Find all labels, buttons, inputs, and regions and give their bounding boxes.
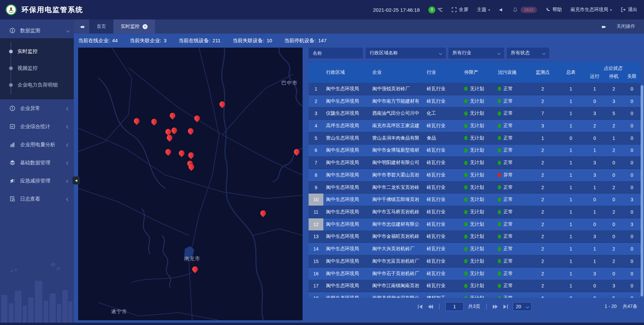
tab-scroll-right-button[interactable]: ▶▶ [602, 25, 605, 29]
cell-meters: 1 [557, 120, 585, 132]
sidebar-item[interactable]: 基础数据管理 [0, 154, 74, 172]
total-pages-label: 共3页 [468, 304, 480, 310]
sidebar-item[interactable]: 企业综合统计 [0, 117, 74, 136]
cell-production-status: 无计划 [462, 169, 495, 181]
sidebar-item[interactable]: 企业用电量分析 [0, 136, 74, 154]
cell-offline: 0 [623, 231, 641, 243]
cell-offline: 0 [623, 157, 641, 169]
status-text: 正常 [503, 209, 513, 215]
theme-dropdown[interactable]: 主题▾ [477, 7, 490, 13]
help-button[interactable]: 帮助 [546, 7, 562, 13]
logout-button[interactable]: 退出 [621, 7, 637, 13]
map-city-label: 遂宁市 [111, 309, 127, 315]
tab-realtime-monitoring[interactable]: 实时监控 × [113, 19, 155, 34]
cell-production-status: 无计划 [462, 83, 495, 95]
row-index: 13 [309, 231, 323, 243]
name-search-input[interactable] [309, 48, 363, 58]
cell-meters: 1 [557, 243, 585, 255]
cell-company: 阆中强锐页岩砖厂 [370, 83, 424, 95]
table-scrollbar[interactable] [641, 85, 643, 296]
close-operations-button[interactable]: 关闭操作 [616, 23, 635, 30]
cell-region: 阆中生态环境局 [323, 268, 370, 280]
cell-points: 7 [529, 107, 557, 119]
status-text: 无计划 [470, 135, 484, 141]
status-dot-icon [464, 161, 468, 165]
cell-points: 2 [529, 206, 557, 218]
cell-stopped: 2 [604, 255, 623, 267]
cell-stopped: 0 [604, 231, 623, 243]
fullscreen-button[interactable]: 全屏 [451, 7, 468, 13]
row-index: 14 [309, 243, 323, 255]
table-row[interactable]: 16 阆中生态环境局 阆中市石子页岩机砖厂 砖瓦行业 无计划 正常 2 1 3 [309, 268, 641, 280]
cell-facility-status: 正常 [495, 157, 529, 169]
sidebar-item-data-monitoring[interactable]: 数据监测 [0, 23, 74, 38]
map-collapse-button[interactable]: ◀ [72, 176, 80, 184]
sidebar-item[interactable]: 企业异常 [0, 99, 74, 117]
page-number-input[interactable] [445, 302, 464, 311]
table-row[interactable]: 4 高坪生态环境局 南充市高坪区王家店建 砖瓦行业 无计划 正常 3 1 2 [309, 120, 641, 132]
stat-item: 当前在线设备: 211 [178, 38, 220, 44]
sidebar-item[interactable]: 应急减排管理 [0, 172, 74, 190]
previous-page-button[interactable] [428, 305, 433, 309]
table-row[interactable]: 8 阆中生态环境局 阆中市枣碧大梁山页岩 砖瓦行业 无计划 异常 2 1 3 [309, 169, 641, 181]
tab-close-icon[interactable]: × [143, 24, 148, 29]
industry-select[interactable]: 所有行业 [448, 48, 504, 58]
cell-region: 阆中生态环境局 [323, 145, 370, 157]
table-row[interactable]: 10 阆中生态环境局 阆中千佛镇五郎垭页岩 砖瓦行业 无计划 正常 2 1 0 [309, 194, 641, 206]
table-row[interactable]: 1 阆中生态环境局 阆中强锐页岩砖厂 砖瓦行业 无计划 正常 2 1 1 [309, 83, 641, 95]
table-row[interactable]: 15 阆中生态环境局 阆中市光富页岩机砖厂 砖瓦行业 无计划 正常 2 1 1 [309, 255, 641, 268]
next-page-button[interactable] [493, 305, 498, 309]
cell-stopped: 0 [604, 157, 623, 169]
table-row[interactable]: 5 营山生态环境局 营山县润丰肉食品有限 食品 无计划 正常 1 0 0 [309, 132, 641, 145]
status-text: 无计划 [470, 123, 484, 129]
table-row[interactable]: 9 阆中生态环境局 阆中市二龙长宝页岩砖 砖瓦行业 无计划 正常 2 1 1 [309, 181, 641, 194]
sidebar-item-label: 企业用电量分析 [20, 142, 55, 148]
phone-icon [546, 7, 550, 12]
table-row[interactable]: 17 阆中生态环境局 阆中市江南镇阆南页岩 砖瓦行业 无计划 正常 2 1 0 [309, 280, 641, 292]
last-page-button[interactable] [503, 305, 508, 309]
organization-dropdown[interactable]: 南充市生态环境局▾ [571, 7, 612, 13]
table-row[interactable]: 7 阆中生态环境局 阆中明阳建材有限公司 砖瓦行业 无计划 正常 2 1 3 [309, 157, 641, 169]
tab-home[interactable]: 首页 [89, 19, 113, 34]
cell-offline: 0 [623, 169, 641, 181]
sidebar-item-video-monitoring[interactable]: 视频监控 [0, 60, 74, 76]
table-row[interactable]: 6 阆中生态环境局 阆中市金博瑞新型墙材 砖瓦行业 无计划 正常 2 1 1 [309, 145, 641, 157]
cell-stopped: 0 [604, 169, 623, 181]
page-size-select[interactable]: 20 [513, 302, 532, 311]
sidebar-item[interactable]: 日志查看 [0, 190, 74, 208]
status-dot-icon [464, 271, 468, 276]
stat-value: 44 [112, 38, 118, 44]
notification-count-badge: 2632 [521, 7, 537, 13]
cell-industry: 砖瓦行业 [424, 243, 462, 255]
table-row[interactable]: 3 仪陇生态环境局 西南油气田分公司川中 化工 无计划 正常 7 1 3 [309, 107, 641, 120]
chevron-down-icon [542, 51, 546, 55]
cell-stopped: 0 [604, 268, 623, 280]
status-text: 正常 [503, 110, 513, 116]
column-header-stopped: 停机 [604, 73, 623, 79]
speaker-mute-icon[interactable] [499, 7, 504, 12]
cell-points: 2 [529, 280, 557, 292]
temperature: 0 ℃ [428, 6, 443, 13]
table-row[interactable]: 11 阆中生态环境局 阆中市五马桥页岩机砖 砖瓦行业 无计划 正常 2 1 1 [309, 206, 641, 218]
cell-facility-status: 正常 [495, 218, 529, 230]
table-row[interactable]: 12 阆中生态环境局 阆中市忠信建材有限公 砖瓦行业 无计划 正常 2 1 0 [309, 218, 641, 231]
sidebar-item-power-load-detail[interactable]: 企业电力负荷明细 [0, 76, 74, 93]
cell-offline: 0 [623, 243, 641, 255]
row-index: 16 [309, 268, 323, 280]
cell-points: 2 [529, 268, 557, 280]
cell-facility-status: 正常 [495, 206, 529, 218]
region-select[interactable]: 行政区域名称 [366, 48, 446, 58]
table-row[interactable]: 13 阆中生态环境局 阆中市金福旺页岩机砖 砖瓦行业 无计划 正常 2 1 3 [309, 231, 641, 243]
cell-points: 2 [529, 145, 557, 157]
status-dot-icon [498, 222, 501, 226]
cell-points: 1 [529, 132, 557, 144]
first-page-button[interactable] [418, 305, 423, 309]
sidebar-item-realtime-monitoring[interactable]: 实时监控 [0, 43, 74, 60]
tab-scroll-left-button[interactable]: ◀◀ [74, 19, 89, 34]
cell-meters: 1 [557, 157, 585, 169]
table-row[interactable]: 14 阆中生态环境局 阆中大兴页岩机砖厂 砖瓦行业 无计划 正常 2 1 1 [309, 243, 641, 255]
notifications-button[interactable]: 2632 [513, 7, 537, 13]
status-select[interactable]: 所有状态 [507, 48, 549, 58]
map[interactable]: 巴中市南充市遂宁市 [78, 48, 303, 320]
table-row[interactable]: 2 阆中生态环境局 阆中市南方节能建材有 砖瓦行业 无计划 正常 2 1 0 [309, 95, 641, 108]
